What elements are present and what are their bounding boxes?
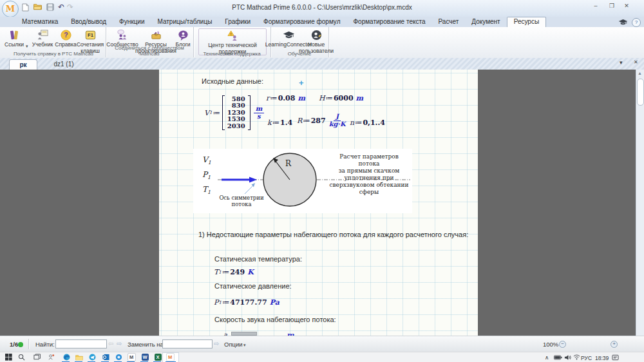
document-tab-dz1[interactable]: dz1 (1): [41, 59, 86, 70]
tray-chevron-icon[interactable]: ∧: [545, 354, 549, 361]
static-temperature-label[interactable]: Статическая температура:: [214, 255, 302, 263]
group-label-support: Техническая поддержка: [193, 51, 270, 57]
mathcad-active-app-button[interactable]: M: [166, 353, 175, 361]
scrollbar-thumb[interactable]: [637, 79, 644, 106]
volume-icon[interactable]: [563, 353, 572, 361]
minimize-button[interactable]: –: [589, 2, 602, 10]
save-button[interactable]: [46, 3, 55, 12]
worksheet-page[interactable]: Исходные данные: + V1≔ 580 830 1230 1530…: [159, 70, 478, 336]
undo-button[interactable]: ↶: [58, 3, 67, 12]
mathcad-app-button-2[interactable]: M: [127, 353, 136, 361]
group-label-community: Соединиться с сообществом Mathcad: [106, 45, 193, 57]
find-previous-icon[interactable]: ⇦: [108, 339, 113, 348]
tab-matematika[interactable]: Математика: [15, 17, 64, 27]
start-button[interactable]: [4, 353, 13, 361]
ribbon-group-help: Ссылки ▾ Учебник ? Справка F1 Сочетания …: [1, 27, 106, 57]
options-dropdown-icon[interactable]: ▾: [243, 341, 246, 349]
edge-app-button[interactable]: [62, 353, 71, 361]
task-view-button[interactable]: [32, 353, 41, 361]
clock[interactable]: 18:39: [595, 355, 609, 361]
heading-text[interactable]: Исходные данные:: [202, 77, 263, 85]
svg-text:!: !: [230, 32, 231, 36]
clipped-math-region[interactable]: a m: [223, 331, 307, 336]
replace-next-icon[interactable]: ⇨: [214, 339, 219, 348]
links-label: Ссылки: [5, 42, 24, 48]
tutorial-button[interactable]: Учебник: [31, 28, 54, 48]
matrix-v1: 580 830 1230 1530 2030: [222, 95, 251, 131]
redo-button[interactable]: ↷: [67, 3, 76, 12]
tab-vvod-vyvod[interactable]: Ввод/вывод: [64, 17, 113, 27]
maximize-button[interactable]: ❐: [605, 2, 618, 10]
people-button[interactable]: [46, 353, 55, 361]
battery-icon[interactable]: [553, 353, 562, 361]
find-input[interactable]: [55, 339, 107, 348]
math-region-r[interactable]: r≔0.08m: [266, 94, 305, 102]
excel-app-button[interactable]: X: [153, 353, 162, 361]
math-region-p1[interactable]: P1≔47177.77Pa: [214, 298, 279, 307]
zoom-in-button[interactable]: +: [611, 341, 618, 348]
tab-list-dropdown-icon[interactable]: ▾: [620, 59, 623, 66]
f1-key-icon: F1: [84, 28, 97, 42]
find-next-icon[interactable]: ⇨: [117, 339, 122, 348]
windows-logo-icon: [5, 354, 12, 361]
help-circle-icon[interactable]: ?: [632, 18, 641, 27]
learning-cap-toolbar-icon[interactable]: [618, 17, 628, 27]
blue-circle-app-button[interactable]: [114, 353, 123, 361]
outlook-icon: [102, 354, 109, 361]
math-region-h[interactable]: H≔6000m: [319, 94, 363, 102]
tab-dokument[interactable]: Документ: [465, 17, 506, 27]
static-pressure-label[interactable]: Статическое давление:: [214, 282, 292, 290]
svg-text:?: ?: [64, 32, 68, 39]
language-indicator[interactable]: РУС: [581, 355, 592, 361]
blog-bubble-icon: [177, 28, 189, 42]
ribbon-group-learning: LearningConnector Новые пользователи Обу…: [270, 27, 329, 57]
math-region-t1[interactable]: T1≔249K: [214, 268, 254, 276]
math-region-n[interactable]: n≔0,1..4: [350, 119, 385, 127]
options-button[interactable]: Опции: [224, 341, 243, 348]
replace-input[interactable]: [162, 339, 213, 348]
network-icon[interactable]: [572, 353, 581, 361]
ribbon-tab-row: Математика Ввод/вывод Функции Матрицы/та…: [0, 17, 644, 27]
document-tab-rk[interactable]: рк: [9, 59, 37, 70]
mathcad-app-button[interactable]: M: [2, 1, 19, 17]
word-app-button[interactable]: W: [140, 353, 149, 361]
sphere-flow-figure[interactable]: V1 P1 T1 R Ось симметрии потока Расчет п…: [193, 149, 412, 213]
section1-text[interactable]: 1) Недостающие параметры набегающего пот…: [198, 231, 468, 238]
figure-p1-label: P1: [202, 170, 211, 180]
tab-resursy[interactable]: Ресурсы: [507, 17, 546, 27]
search-icon: [18, 354, 25, 361]
telegram-app-button[interactable]: [88, 353, 97, 361]
explorer-app-button[interactable]: [75, 353, 84, 361]
graduation-cap-icon: [283, 28, 295, 42]
action-center-icon[interactable]: [611, 353, 620, 361]
close-button[interactable]: ✕: [620, 2, 633, 10]
new-document-button[interactable]: [22, 3, 31, 12]
math-region-v1[interactable]: V1≔ 580 830 1230 1530 2030 m s: [204, 94, 264, 131]
tab-close-icon[interactable]: ✕: [634, 59, 638, 65]
tab-grafiki[interactable]: Графики: [218, 17, 257, 27]
scroll-up-icon[interactable]: ▲: [638, 71, 642, 75]
links-button[interactable]: Ссылки: [4, 28, 24, 48]
vertical-scrollbar[interactable]: ▲: [636, 70, 644, 336]
open-button[interactable]: [33, 3, 43, 12]
save-icon: [46, 3, 54, 11]
replace-label: Заменить на:: [128, 341, 166, 348]
help-button[interactable]: ? Справка: [55, 28, 76, 48]
tab-funkcii[interactable]: Функции: [113, 17, 151, 27]
math-region-k[interactable]: k≔1.4: [267, 119, 292, 127]
find-label: Найти:: [35, 341, 55, 348]
people-icon: [48, 354, 55, 361]
tab-formatirovanie-teksta[interactable]: Форматирование текста: [347, 17, 432, 27]
zoom-out-button[interactable]: −: [559, 341, 566, 348]
outlook-app-button[interactable]: [101, 353, 110, 361]
new-document-icon: [22, 3, 29, 12]
chevron-down-icon[interactable]: ▾: [26, 44, 28, 49]
sound-speed-label[interactable]: Скорость звука набегающего потока:: [214, 316, 336, 323]
tab-formatirovanie-formul[interactable]: Форматирование формул: [257, 17, 346, 27]
math-region-R[interactable]: R≔287 J kg·K: [297, 112, 346, 129]
taskbar-search-button[interactable]: [17, 353, 26, 361]
worksheet-canvas[interactable]: Исходные данные: + V1≔ 580 830 1230 1530…: [0, 70, 644, 336]
tab-raschet[interactable]: Расчет: [432, 17, 466, 27]
find-bar: 1/6 Найти: ⇦ ⇨ Заменить на: ⇨ Опции ▾ 10…: [0, 336, 644, 352]
tab-matricy-tablicy[interactable]: Матрицы/таблицы: [151, 17, 218, 27]
